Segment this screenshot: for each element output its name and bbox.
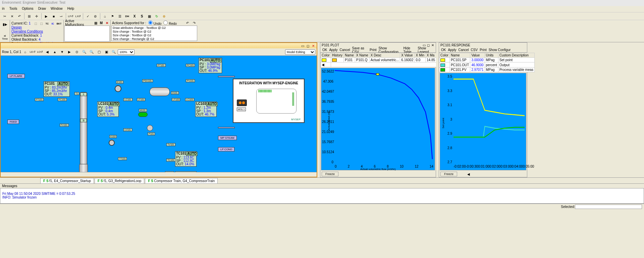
tag-d101[interactable]: D101 [171, 91, 179, 94]
controller-fc101[interactable]: FC101AUTO PV : 83.2m3/hr SP : 85.2m3/hr … [44, 81, 70, 97]
tag-psv101[interactable]: PSV101 [142, 79, 153, 82]
x-icon[interactable]: X [131, 13, 138, 19]
lx-icon[interactable]: LX↺ [75, 13, 82, 19]
table-row[interactable]: PC101.PV2.97071 MPagProcess variable mea… [439, 67, 535, 72]
dh-icon[interactable]: DH [124, 13, 130, 19]
pause-icon[interactable]: ■ [50, 13, 57, 19]
plot2-scroll-left[interactable]: ◀ [467, 172, 470, 176]
ic-bkt[interactable]: BKT [56, 22, 62, 26]
menu-in[interactable]: in [2, 7, 5, 11]
plot2-chart[interactable]: Set point 3.53.3 3.13 2.92.8 2.7 -0:02:0… [440, 73, 526, 170]
tag-p101[interactable]: P101 [148, 132, 155, 135]
tag-pv101[interactable]: PV101 [186, 79, 195, 82]
nav-right-icon[interactable]: ▶ [66, 49, 73, 55]
grid-icon[interactable]: ▦ [146, 13, 153, 19]
plot2-ok[interactable]: OK [441, 48, 446, 52]
tag-e102[interactable]: E102 [109, 135, 117, 138]
stream-lp-cond[interactable]: LP COND [218, 147, 234, 152]
menu-window[interactable]: Window [51, 7, 63, 11]
flowsheet-canvas[interactable]: PC101AUTO PV : 3.0MPag SP : 3.0MPag OUT:… [1, 56, 317, 172]
s-icon[interactable]: S [139, 13, 145, 19]
tab-1[interactable]: F S f1, E4_Compressor_Startup [40, 178, 94, 183]
controller-pc101[interactable]: PC101AUTO PV : 3.0MPag SP : 3.0MPag OUT:… [199, 58, 222, 73]
vessel-d101[interactable] [150, 87, 170, 96]
exchanger-e101[interactable] [115, 85, 121, 92]
zoom-out-icon[interactable]: 🔍 [88, 49, 95, 55]
step-icon[interactable]: ⤻ [58, 13, 64, 19]
tag-lt103[interactable]: LT103 [172, 98, 180, 101]
delete-icon[interactable]: ✕ [9, 13, 15, 19]
zoom-select[interactable]: 100% [118, 49, 135, 55]
maximize-icon[interactable]: ◻ [306, 44, 310, 48]
lo-icon[interactable]: LO↺ [37, 49, 43, 55]
plot1-ok[interactable]: OK [322, 48, 327, 52]
stream-feed[interactable]: FEED [7, 120, 19, 124]
list-icon[interactable]: ☰ [116, 13, 123, 19]
malf-list[interactable] [64, 26, 110, 42]
align-icon[interactable]: ⊞ [26, 13, 33, 19]
controller-lc102[interactable]: LC102AUTO [175, 171, 197, 172]
ic-tc[interactable]: TC [45, 22, 49, 26]
zoom-in-icon[interactable]: 🔍 [81, 49, 88, 55]
actions-redo-icon[interactable]: ↷ [192, 21, 197, 25]
controller-lc103[interactable]: LC103AUTO PV : 1.2m SP : 1.3m OUT: 46.7% [195, 101, 217, 117]
lf-icon[interactable]: LF↺ [67, 13, 74, 19]
zoom-1-icon[interactable]: 🔍 [110, 49, 117, 55]
tag-tv101[interactable]: TV101 [166, 143, 175, 146]
tag-lt101[interactable]: LT101 [137, 98, 145, 101]
pump-p101[interactable] [147, 125, 153, 131]
messages-body[interactable]: Fri May 08 11:50:04 2020 SIMTIME = 0:07:… [0, 188, 644, 204]
plot2-print[interactable]: Print [480, 48, 487, 52]
nav-left-icon[interactable]: ◀ [44, 49, 51, 55]
table-row[interactable]: PC101.OUT46.9000 percentOutput [439, 62, 535, 67]
nav-up-icon[interactable]: ▲ [51, 49, 58, 55]
close-icon[interactable]: ✕ [311, 44, 315, 48]
motor-m101[interactable] [138, 112, 148, 117]
mode-select[interactable]: Model Editing [285, 49, 315, 55]
menu-draw[interactable]: Draw [38, 7, 46, 11]
plot2-cancel[interactable]: Cancel [458, 48, 469, 52]
tag-m101[interactable]: M101 [139, 109, 147, 112]
tag-lc102[interactable]: LC102 [165, 171, 174, 172]
controller-tc101[interactable]: TC101AUTO PV : 113.6C SP : 112.8C OUT: 1… [175, 151, 197, 167]
tag-tc101[interactable]: TC101 [166, 159, 175, 162]
nav-down-icon[interactable]: ▼ [59, 49, 65, 55]
tag-tt101[interactable]: TT101 [118, 157, 127, 160]
minimize-icon[interactable]: ▭ [301, 44, 305, 48]
table-row[interactable]: ◀ [321, 62, 436, 67]
check-icon[interactable]: ✓ [85, 13, 91, 19]
step-run-icon[interactable]: ▮▶ [2, 21, 8, 28]
tag-lv101[interactable]: LV101 [123, 128, 132, 131]
tag-pc101[interactable]: PC101 [186, 64, 195, 67]
find-icon[interactable]: ⚑ [109, 13, 116, 19]
actions-undo-icon[interactable]: ↶ [185, 21, 190, 25]
table-row[interactable]: P101 P101.Q Actual volumetric... 6.16002… [321, 58, 436, 62]
plot1-chart[interactable]: Actual head (m) 52.562247.306 42.049736.… [321, 68, 435, 170]
design-conditions-link[interactable]: Design Operating Conditions [11, 26, 62, 34]
malf-x-icon[interactable]: ✕ [105, 21, 109, 25]
ic-btn1[interactable]: ⬚ [34, 22, 38, 26]
column-t1[interactable]: 1 9 18 [80, 92, 87, 171]
plot2-apply[interactable]: Apply [448, 48, 456, 52]
home-icon[interactable]: ⌂ [102, 13, 108, 19]
tag-lc101[interactable]: LC101 [123, 98, 132, 101]
redo-radio[interactable]: Redo [163, 20, 177, 26]
plot1-cancel[interactable]: Cancel [339, 48, 350, 52]
globe-icon[interactable]: ⊕ [161, 13, 167, 19]
table-row[interactable]: PC101.SP3.00000 MPagSet point [439, 58, 535, 62]
plot1-freeze[interactable]: Freeze [322, 172, 338, 176]
zoom-full-icon[interactable]: ⊙ [73, 49, 80, 55]
undo-radio[interactable]: Undo [148, 20, 162, 26]
rect-icon[interactable]: ▢ [96, 49, 102, 55]
selected-input[interactable] [575, 205, 642, 209]
snap-icon[interactable]: ✛ [33, 13, 40, 19]
tag-ft101[interactable]: FT101 [35, 98, 44, 101]
tab-2[interactable]: F S f1, G3_RefrigerationLoop [95, 178, 144, 183]
malf-m-icon[interactable]: M [99, 21, 104, 25]
stream-out2[interactable] [218, 127, 235, 128]
run-icon[interactable]: ▶ [43, 13, 50, 19]
ic-ic[interactable]: IC [50, 22, 55, 26]
actions-list[interactable]: Draw attributes change : TextBox @ G2 Si… [111, 26, 197, 41]
plot2-freeze[interactable]: Freeze [440, 172, 457, 176]
controller-lc101[interactable]: LC101AUTO PV : 0.4m SP : 0.4m OUT: 5.3% [97, 101, 119, 117]
